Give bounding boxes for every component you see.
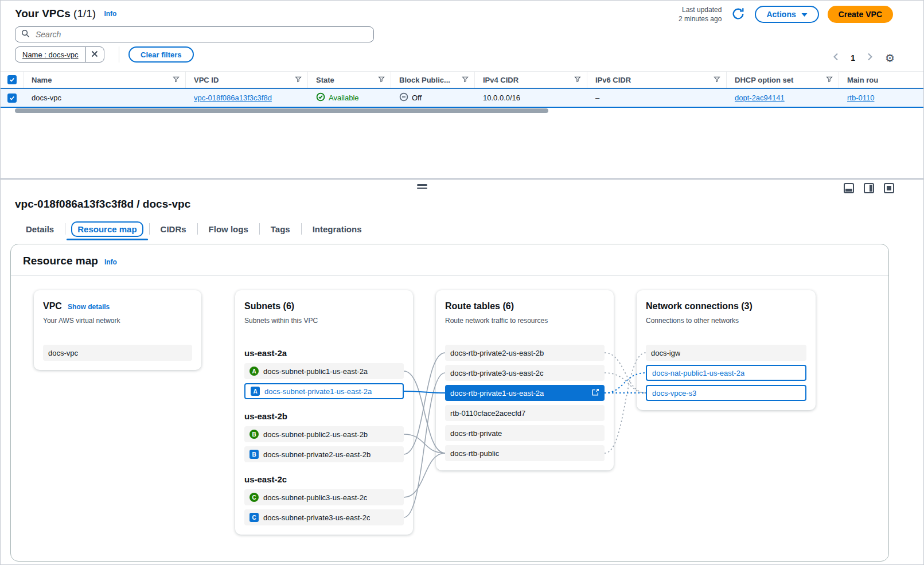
resource-item-subnet[interactable]: C docs-subnet-public3-us-east-2c	[244, 489, 404, 505]
vpc-console-page: Your VPCs (1/1) Info Last updated 2 minu…	[0, 0, 924, 565]
search-icon	[21, 29, 30, 40]
close-icon	[91, 49, 98, 60]
search-input[interactable]	[34, 29, 368, 40]
last-updated: Last updated 2 minutes ago	[679, 5, 722, 24]
info-link[interactable]: Info	[104, 10, 116, 18]
route-tables-column: Route tables (6) Route network traffic t…	[436, 290, 614, 470]
page-number[interactable]: 1	[851, 53, 855, 63]
subnet-public-badge: B	[249, 430, 259, 439]
create-vpc-button[interactable]: Create VPC	[828, 6, 893, 23]
cell-name: docs-vpc	[24, 93, 186, 102]
vpc-column-title: VPC	[43, 301, 62, 312]
row-checkbox-cell	[1, 93, 24, 103]
off-circle-icon	[399, 92, 408, 103]
resource-item-route-table[interactable]: rtb-0110cface2acecfd7	[445, 405, 605, 421]
network-connections-column-subtitle: Connections to other networks	[646, 317, 806, 325]
next-page-button[interactable]	[867, 52, 874, 64]
resource-item-nat-gateway[interactable]: docs-nat-public1-us-east-2a	[646, 365, 806, 381]
horizontal-scrollbar[interactable]	[15, 108, 548, 113]
resource-item-subnet[interactable]: B docs-subnet-private2-us-east-2b	[244, 446, 404, 462]
resource-item-subnet[interactable]: C docs-subnet-private3-us-east-2c	[244, 509, 404, 525]
cell-main-route-table: rtb-0110	[839, 93, 923, 102]
network-connections-column: Network connections (3) Connections to o…	[637, 290, 816, 410]
resource-item-subnet[interactable]: A docs-subnet-public1-us-east-2a	[244, 363, 404, 379]
select-all-checkbox-cell	[1, 72, 24, 88]
search-box[interactable]	[15, 26, 374, 42]
tab-details[interactable]: Details	[15, 220, 65, 238]
refresh-icon	[731, 7, 745, 22]
actions-button[interactable]: Actions	[755, 6, 818, 23]
filter-funnel-icon[interactable]	[826, 76, 833, 84]
vpc-table: Name VPC ID State Block Public... IPv4 C…	[1, 71, 923, 108]
resource-item-route-table[interactable]: docs-rtb-private3-us-east-2c	[445, 365, 605, 381]
row-checkbox[interactable]	[7, 93, 17, 103]
split-panel-divider	[1, 178, 923, 180]
cell-ipv6-cidr: –	[587, 93, 727, 102]
tab-tags[interactable]: Tags	[260, 220, 301, 238]
tab-resource-map[interactable]: Resource map	[65, 220, 149, 238]
detail-panel-title: vpc-018f086a13f3c3f8d / docs-vpc	[15, 198, 190, 211]
caret-down-icon	[801, 10, 808, 19]
cell-state: Available	[308, 92, 391, 103]
az-heading: us-east-2b	[244, 411, 404, 422]
check-circle-icon	[316, 92, 325, 103]
column-header-dhcp-option-set: DHCP option set	[727, 72, 839, 88]
az-heading: us-east-2a	[244, 348, 404, 359]
layout-bottom-panel-icon[interactable]	[844, 183, 854, 193]
filter-token-dismiss[interactable]	[85, 47, 104, 62]
gear-icon[interactable]: ⚙	[885, 53, 895, 64]
filter-funnel-icon[interactable]	[295, 76, 302, 84]
tab-integrations[interactable]: Integrations	[302, 220, 373, 238]
resource-item-internet-gateway[interactable]: docs-igw	[646, 345, 806, 361]
filter-funnel-icon[interactable]	[173, 76, 180, 84]
column-header-main-route-table: Main rou	[839, 72, 923, 88]
layout-full-panel-icon[interactable]	[884, 183, 894, 193]
tab-flow-logs[interactable]: Flow logs	[198, 220, 259, 238]
main-route-table-link[interactable]: rtb-0110	[847, 93, 874, 102]
subnet-private-badge: A	[251, 387, 260, 396]
external-link-icon	[591, 388, 599, 398]
resource-item-subnet[interactable]: B docs-subnet-public2-us-east-2b	[244, 426, 404, 442]
pagination: 1 ⚙	[832, 52, 895, 64]
filter-funnel-icon[interactable]	[462, 76, 469, 84]
info-link[interactable]: Info	[104, 258, 117, 266]
resource-item-vpc-endpoint[interactable]: docs-vpce-s3	[646, 385, 806, 401]
header-actions: Last updated 2 minutes ago Actions Creat…	[679, 5, 893, 24]
select-all-checkbox[interactable]	[7, 75, 17, 84]
network-connections-column-title: Network connections (3)	[646, 301, 753, 312]
resource-map-title: Resource map	[23, 255, 98, 267]
cell-block-public-access: Off	[391, 92, 475, 103]
filter-funnel-icon[interactable]	[378, 76, 385, 84]
filter-token-label[interactable]: Name : docs-vpc	[15, 47, 85, 62]
vpc-column: VPC Show details Your AWS virtual networ…	[34, 290, 201, 370]
resource-item-subnet-selected[interactable]: A docs-subnet-private1-us-east-2a	[244, 383, 404, 399]
resource-item-route-table[interactable]: docs-rtb-public	[445, 445, 605, 461]
state-text: Available	[329, 93, 359, 102]
filter-funnel-icon[interactable]	[714, 76, 720, 84]
vpc-count: (1/1)	[73, 7, 96, 20]
clear-filters-button[interactable]: Clear filters	[128, 46, 194, 63]
route-tables-column-title: Route tables (6)	[445, 301, 514, 312]
refresh-button[interactable]	[730, 6, 746, 24]
column-header-state: State	[308, 72, 391, 88]
resource-map-body: VPC Show details Your AWS virtual networ…	[11, 276, 888, 560]
previous-page-button[interactable]	[832, 52, 839, 64]
tab-cidrs[interactable]: CIDRs	[150, 220, 197, 238]
show-details-link[interactable]: Show details	[68, 303, 110, 311]
resource-map-card: Resource map Info	[10, 244, 889, 562]
resource-item-route-table-selected[interactable]: docs-rtb-private1-us-east-2a	[445, 385, 605, 401]
vpc-column-subtitle: Your AWS virtual network	[43, 317, 192, 325]
filter-funnel-icon[interactable]	[574, 76, 581, 84]
page-title: Your VPCs (1/1) Info	[15, 7, 116, 20]
panel-layout-controls	[844, 183, 894, 193]
split-panel-drag-handle[interactable]	[415, 184, 430, 189]
dhcp-option-set-link[interactable]: dopt-2ac94141	[735, 93, 785, 102]
resource-item-route-table[interactable]: docs-rtb-private	[445, 425, 605, 441]
resource-item-vpc[interactable]: docs-vpc	[43, 345, 192, 361]
table-row[interactable]: docs-vpc vpc-018f086a13f3c3f8d Available…	[1, 88, 923, 108]
last-updated-value: 2 minutes ago	[679, 14, 722, 24]
resource-item-route-table[interactable]: docs-rtb-private2-us-east-2b	[445, 345, 605, 361]
layout-side-panel-icon[interactable]	[864, 183, 874, 193]
last-updated-label: Last updated	[679, 5, 722, 14]
vpc-id-link[interactable]: vpc-018f086a13f3c3f8d	[194, 93, 272, 102]
